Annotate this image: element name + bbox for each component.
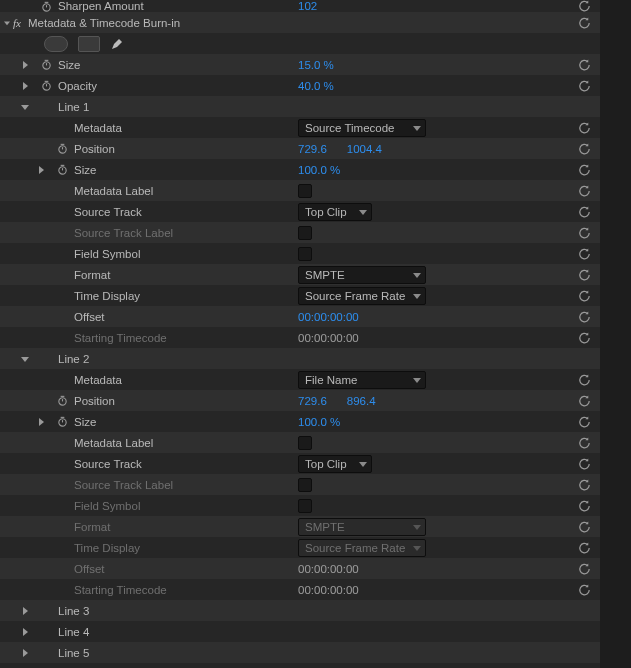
reset-icon[interactable]	[577, 185, 592, 197]
param-label: Metadata Label	[74, 185, 153, 197]
checkbox[interactable]	[298, 247, 312, 261]
chevron-down-icon	[413, 292, 421, 300]
reset-icon[interactable]	[577, 206, 592, 218]
stopwatch-icon[interactable]	[56, 143, 68, 155]
checkbox[interactable]	[298, 499, 312, 513]
chevron-down-icon	[413, 124, 421, 132]
param-value[interactable]: 40.0 %	[298, 80, 334, 92]
param-value[interactable]: 102	[298, 0, 317, 12]
fx-badge-icon[interactable]: fx	[10, 17, 24, 29]
group-label: Line 5	[58, 647, 89, 659]
reset-icon[interactable]	[577, 395, 592, 407]
ellipse-mask-button[interactable]	[44, 36, 68, 52]
disclosure-right-icon[interactable]	[36, 417, 46, 427]
param-row-opacity: Opacity 40.0 %	[0, 75, 600, 96]
group-label: Line 2	[58, 353, 89, 365]
reset-icon[interactable]	[577, 332, 592, 344]
reset-icon[interactable]	[577, 248, 592, 260]
disclosure-right-icon[interactable]	[20, 60, 30, 70]
stopwatch-icon[interactable]	[56, 416, 68, 428]
dropdown-value: Top Clip	[305, 206, 347, 218]
rect-mask-button[interactable]	[78, 36, 100, 52]
source-track-dropdown[interactable]: Top Clip	[298, 455, 372, 473]
time-display-dropdown[interactable]: Source Frame Rate	[298, 287, 426, 305]
reset-icon[interactable]	[577, 0, 592, 12]
svg-marker-22	[413, 273, 421, 278]
param-value[interactable]: 100.0 %	[298, 416, 340, 428]
group-line4: Line 4	[0, 621, 600, 642]
metadata-dropdown[interactable]: File Name	[298, 371, 426, 389]
chevron-down-icon	[413, 376, 421, 384]
disclosure-down-icon[interactable]	[20, 102, 30, 112]
reset-icon[interactable]	[577, 374, 592, 386]
param-row: Time Display Source Frame Rate	[0, 537, 600, 558]
reset-icon[interactable]	[577, 290, 592, 302]
disclosure-right-icon[interactable]	[20, 606, 30, 616]
timecode-value[interactable]: 00:00:00:00	[298, 311, 359, 323]
param-label: Metadata	[74, 374, 122, 386]
reset-icon[interactable]	[577, 311, 592, 323]
stopwatch-icon[interactable]	[56, 395, 68, 407]
stopwatch-icon[interactable]	[40, 80, 52, 92]
reset-icon[interactable]	[577, 521, 592, 533]
format-dropdown[interactable]: SMPTE	[298, 266, 426, 284]
param-label: Source Track	[74, 458, 142, 470]
svg-marker-25	[413, 378, 421, 383]
disclosure-down-icon[interactable]	[20, 354, 30, 364]
stopwatch-icon[interactable]	[40, 59, 52, 71]
position-y[interactable]: 1004.4	[347, 143, 382, 155]
stopwatch-icon[interactable]	[56, 164, 68, 176]
checkbox[interactable]	[298, 478, 312, 492]
reset-icon[interactable]	[577, 542, 592, 554]
svg-marker-35	[413, 546, 421, 551]
checkbox[interactable]	[298, 184, 312, 198]
pen-mask-icon[interactable]	[110, 37, 124, 51]
position-x[interactable]: 729.6	[298, 143, 327, 155]
param-label: Starting Timecode	[74, 332, 167, 344]
param-label: Time Display	[74, 290, 140, 302]
reset-icon[interactable]	[577, 416, 592, 428]
param-value[interactable]: 15.0 %	[298, 59, 334, 71]
position-x[interactable]: 729.6	[298, 395, 327, 407]
svg-marker-38	[23, 649, 28, 657]
position-y[interactable]: 896.4	[347, 395, 376, 407]
param-row: Source Track Top Clip	[0, 453, 600, 474]
chevron-down-icon	[413, 523, 421, 531]
stopwatch-icon[interactable]	[40, 0, 52, 12]
param-row: Metadata Source Timecode	[0, 117, 600, 138]
dropdown-value: Source Frame Rate	[305, 542, 405, 554]
reset-icon[interactable]	[577, 227, 592, 239]
reset-icon[interactable]	[577, 269, 592, 281]
source-track-dropdown[interactable]: Top Clip	[298, 203, 372, 221]
reset-icon[interactable]	[577, 500, 592, 512]
reset-icon[interactable]	[577, 458, 592, 470]
reset-icon[interactable]	[577, 143, 592, 155]
reset-icon[interactable]	[577, 122, 592, 134]
reset-icon[interactable]	[577, 59, 592, 71]
reset-icon[interactable]	[577, 437, 592, 449]
checkbox[interactable]	[298, 226, 312, 240]
svg-point-9	[42, 83, 49, 90]
reset-icon[interactable]	[577, 80, 592, 92]
disclosure-right-icon[interactable]	[20, 627, 30, 637]
reset-icon[interactable]	[577, 164, 592, 176]
disclosure-right-icon[interactable]	[36, 165, 46, 175]
param-row: Position 729.6 896.4	[0, 390, 600, 411]
param-label: Position	[74, 395, 115, 407]
reset-icon[interactable]	[577, 479, 592, 491]
reset-icon[interactable]	[577, 17, 592, 29]
dropdown-value: SMPTE	[305, 269, 345, 281]
reset-icon[interactable]	[577, 584, 592, 596]
effect-header: fx Metadata & Timecode Burn-in	[0, 12, 600, 33]
param-label: Metadata	[74, 122, 122, 134]
svg-marker-13	[413, 126, 421, 131]
checkbox[interactable]	[298, 436, 312, 450]
disclosure-right-icon[interactable]	[20, 81, 30, 91]
disclosure-right-icon[interactable]	[20, 648, 30, 658]
side-strip	[600, 0, 631, 663]
param-label: Size	[74, 164, 96, 176]
reset-icon[interactable]	[577, 563, 592, 575]
metadata-dropdown[interactable]: Source Timecode	[298, 119, 426, 137]
param-value[interactable]: 100.0 %	[298, 164, 340, 176]
disclosure-down-icon[interactable]	[0, 18, 10, 28]
